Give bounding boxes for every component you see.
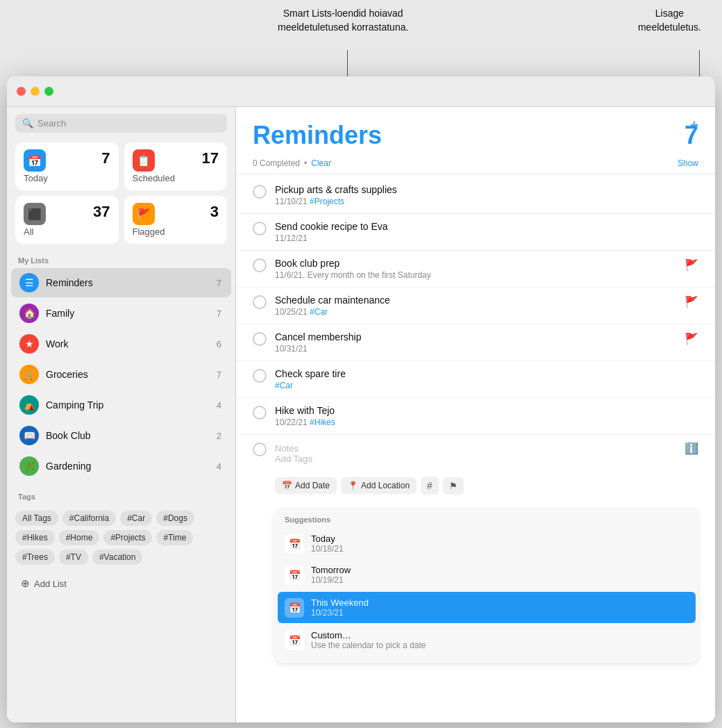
today-label: Today (24, 173, 110, 183)
main-panel: + Reminders 7 0 Completed • Clear Show P (236, 107, 715, 722)
smart-list-all[interactable]: ⬛ 37 All (15, 196, 119, 244)
info-button[interactable]: ℹ️ (685, 442, 698, 455)
add-date-label: Add Date (295, 481, 330, 490)
gardening-list-name: Gardening (46, 461, 210, 472)
tag-california[interactable]: #California (62, 511, 116, 526)
smart-list-today[interactable]: 📅 7 Today (15, 142, 119, 190)
location-icon: 📍 (348, 481, 358, 490)
smart-list-flagged[interactable]: 🚩 3 Flagged (124, 196, 228, 244)
reminder-tag-6[interactable]: #Car (275, 381, 293, 390)
reminder-checkbox-1[interactable] (253, 185, 267, 199)
reminder-checkbox-2[interactable] (253, 222, 267, 235)
suggestion-today-icon: 📅 (285, 534, 304, 554)
title-bar (7, 76, 715, 107)
reminder-checkbox-3[interactable] (253, 258, 267, 272)
tag-tv[interactable]: #TV (59, 549, 88, 565)
new-reminder-area: Notes Add Tags ℹ️ 📅 Add Date 📍 (236, 435, 715, 670)
tag-hikes[interactable]: #Hikes (15, 530, 55, 545)
tag-time[interactable]: #Time (156, 530, 193, 545)
bookclub-list-icon: 📖 (19, 426, 39, 445)
suggestion-this-weekend[interactable]: 📅 This Weekend 10/23/21 (278, 592, 696, 623)
flagged-icon: 🚩 (133, 203, 155, 225)
family-list-icon: 🏠 (19, 304, 39, 323)
add-location-label: Add Location (361, 481, 410, 490)
reminders-header: Reminders 7 (236, 107, 715, 156)
tag-projects[interactable]: #Projects (103, 530, 152, 545)
tag-car[interactable]: #Car (120, 511, 152, 526)
add-list-button[interactable]: ⊕ Add List (11, 572, 231, 595)
reminder-flag-3: 🚩 (685, 258, 698, 272)
add-flag-button[interactable]: ⚑ (443, 477, 464, 495)
flagged-label: Flagged (133, 226, 219, 237)
new-reminder-checkbox[interactable] (253, 442, 267, 456)
camping-list-count: 4 (217, 400, 221, 411)
tag-all-tags[interactable]: All Tags (15, 511, 58, 526)
callout-right: Lisage meeldetuletus. (638, 7, 701, 34)
notes-field[interactable]: Notes (275, 443, 676, 454)
suggestion-custom[interactable]: 📅 Custom… Use the calendar to pick a dat… (275, 624, 698, 656)
completed-separator: • (304, 158, 307, 168)
add-list-plus-icon: ⊕ (21, 577, 30, 590)
all-icon: ⬛ (24, 203, 46, 225)
reminder-content-2: Send cookie recipe to Eva 11/12/21 (275, 221, 698, 243)
search-bar[interactable]: 🔍 Search (15, 114, 227, 133)
reminder-title-5: Cancel membership (275, 331, 676, 342)
scheduled-label: Scheduled (133, 173, 219, 183)
fullscreen-button[interactable] (44, 87, 53, 96)
reminder-item-6: Check spare tire #Car (236, 361, 715, 398)
reminder-tag-1[interactable]: #Projects (310, 197, 344, 206)
tag-vacation[interactable]: #Vacation (92, 549, 142, 565)
reminder-title-3: Book club prep (275, 258, 676, 269)
sidebar-item-work[interactable]: ★ Work 6 (11, 329, 231, 358)
work-list-name: Work (46, 338, 210, 349)
sidebar-item-gardening[interactable]: 🌿 Gardening 4 (11, 452, 231, 481)
family-list-count: 7 (217, 308, 221, 319)
add-tag-button[interactable]: # (421, 477, 439, 495)
show-button[interactable]: Show (678, 158, 698, 168)
suggestion-tomorrow-title: Tomorrow (311, 565, 351, 575)
suggestion-tomorrow-date: 10/19/21 (311, 575, 351, 585)
sidebar-item-camping[interactable]: ⛺ Camping Trip 4 (11, 390, 231, 420)
add-location-button[interactable]: 📍 Add Location (341, 477, 417, 494)
suggestion-custom-desc: Use the calendar to pick a date (311, 640, 426, 650)
suggestion-tomorrow[interactable]: 📅 Tomorrow 10/19/21 (275, 559, 698, 590)
scheduled-count: 17 (202, 149, 219, 167)
suggestion-weekend-icon: 📅 (285, 598, 304, 618)
work-list-icon: ★ (19, 334, 39, 354)
reminder-checkbox-5[interactable] (253, 332, 267, 346)
clear-button[interactable]: Clear (311, 158, 331, 168)
reminder-subtitle-2: 11/12/21 (275, 233, 698, 243)
tag-dogs[interactable]: #Dogs (156, 511, 194, 526)
reminder-item-2: Send cookie recipe to Eva 11/12/21 (236, 214, 715, 251)
reminder-subtitle-7: 10/22/21 #Hikes (275, 417, 698, 427)
suggestion-today[interactable]: 📅 Today 10/18/21 (275, 528, 698, 559)
add-reminder-button[interactable]: + (685, 115, 704, 135)
sidebar: 🔍 Search 📅 7 Today 📋 17 (7, 107, 236, 722)
today-icon: 📅 (24, 149, 46, 172)
reminder-tag-4[interactable]: #Car (310, 307, 328, 317)
reminder-checkbox-7[interactable] (253, 406, 267, 420)
search-placeholder: Search (37, 118, 66, 129)
add-tags-field[interactable]: Add Tags (275, 454, 676, 464)
suggestion-custom-title: Custom… (311, 630, 426, 640)
tag-trees[interactable]: #Trees (15, 549, 55, 565)
tag-home[interactable]: #Home (59, 530, 100, 545)
reminder-checkbox-4[interactable] (253, 295, 267, 309)
reminder-checkbox-6[interactable] (253, 369, 267, 383)
add-date-button[interactable]: 📅 Add Date (275, 477, 337, 494)
sidebar-item-family[interactable]: 🏠 Family 7 (11, 299, 231, 328)
smart-list-scheduled[interactable]: 📋 17 Scheduled (124, 142, 228, 190)
sidebar-item-reminders[interactable]: ☰ Reminders 7 (11, 268, 231, 297)
reminder-content-1: Pickup arts & crafts supplies 11/10/21 #… (275, 184, 698, 206)
sidebar-item-bookclub[interactable]: 📖 Book Club 2 (11, 421, 231, 450)
flagged-count: 3 (210, 203, 219, 221)
minimize-button[interactable] (31, 87, 40, 96)
suggestion-today-title: Today (311, 533, 344, 544)
reminder-content-3: Book club prep 11/6/21, Every month on t… (275, 258, 676, 280)
reminder-tag-7[interactable]: #Hikes (310, 417, 335, 427)
sidebar-item-groceries[interactable]: 🛒 Groceries 7 (11, 360, 231, 389)
content-area: 🔍 Search 📅 7 Today 📋 17 (7, 107, 715, 722)
reminder-item-1: Pickup arts & crafts supplies 11/10/21 #… (236, 177, 715, 214)
close-button[interactable] (17, 87, 26, 96)
reminder-list: Pickup arts & crafts supplies 11/10/21 #… (236, 174, 715, 722)
